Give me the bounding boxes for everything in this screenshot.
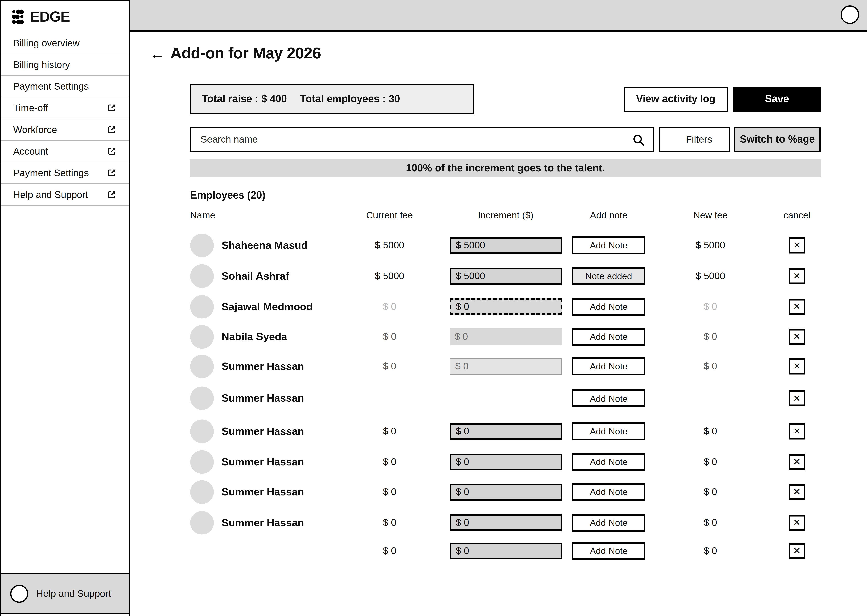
new-fee: $ 0 (674, 545, 747, 556)
sidebar-nav: Billing overview Billing history Payment… (1, 33, 129, 206)
column-header-current-fee: Current fee (353, 210, 426, 221)
topbar (130, 0, 867, 32)
add-note-button[interactable]: Add Note (572, 453, 645, 471)
cancel-button[interactable]: ✕ (789, 268, 805, 284)
avatar (190, 295, 214, 318)
cancel-button[interactable]: ✕ (789, 237, 805, 253)
cancel-button[interactable]: ✕ (789, 299, 805, 314)
add-note-button[interactable]: Add Note (572, 514, 645, 531)
cancel-button[interactable]: ✕ (789, 543, 805, 559)
view-activity-log-button[interactable]: View activity log (624, 86, 728, 112)
back-arrow[interactable]: ← (149, 46, 165, 61)
current-fee: $ 0 (353, 301, 426, 312)
current-fee: $ 0 (353, 456, 426, 467)
external-link-icon (107, 168, 116, 178)
employee-name: Summer Hassan (222, 360, 304, 372)
employees-section-title: Employees (20) (190, 190, 821, 201)
table-row: Sajawal Medmood $ 0 $ 0 Add Note $ 0 ✕ (190, 291, 821, 322)
sidebar: EDGE Billing overview Billing history Pa… (0, 0, 130, 616)
cancel-button[interactable]: ✕ (789, 328, 805, 345)
current-fee: $ 0 (353, 545, 426, 556)
sidebar-item-payment-settings-external[interactable]: Payment Settings (1, 162, 129, 184)
avatar (190, 233, 214, 257)
search-icon[interactable] (632, 134, 645, 147)
increment-input[interactable]: $ 0 (450, 542, 562, 559)
external-link-icon (107, 147, 116, 156)
sidebar-item-billing-history[interactable]: Billing history (1, 54, 129, 76)
employee-name: Summer Hassan (222, 425, 304, 437)
increment-input[interactable]: $ 5000 (450, 237, 562, 254)
current-fee: $ 0 (353, 361, 426, 372)
total-raise-label: Total raise : $ 400 (202, 93, 287, 105)
new-fee: $ 0 (674, 331, 747, 342)
table-row: Sohail Ashraf $ 5000 $ 5000 Note added $… (190, 261, 821, 291)
increment-input[interactable]: $ 0 (450, 484, 562, 500)
profile-avatar[interactable] (840, 5, 859, 24)
column-header-increment: Increment ($) (450, 210, 562, 221)
cancel-button[interactable]: ✕ (789, 423, 805, 439)
current-fee: $ 5000 (353, 240, 426, 251)
cancel-button[interactable]: ✕ (789, 454, 805, 470)
sidebar-item-account[interactable]: Account (1, 141, 129, 162)
external-link-icon (107, 104, 116, 113)
x-icon: ✕ (793, 456, 801, 467)
increment-input[interactable]: $ 0 (450, 514, 562, 531)
logo: EDGE (1, 1, 129, 33)
cancel-button[interactable]: ✕ (789, 358, 805, 374)
current-fee: $ 0 (353, 486, 426, 497)
page-title-row: ← Add-on for May 2026 (149, 44, 821, 63)
increment-input[interactable]: $ 0 (450, 298, 562, 315)
sidebar-item-billing-overview[interactable]: Billing overview (1, 33, 129, 54)
current-fee: $ 0 (353, 426, 426, 437)
search-input[interactable] (191, 128, 653, 151)
page-content: ← Add-on for May 2026 Total raise : $ 40… (130, 44, 867, 563)
sidebar-item-time-off[interactable]: Time-off (1, 97, 129, 119)
save-button[interactable]: Save (733, 86, 821, 112)
table-row: Nabila Syeda $ 0 $ 0 Add Note $ 0 ✕ (190, 322, 821, 351)
cancel-button[interactable]: ✕ (789, 390, 805, 407)
add-note-button[interactable]: Add Note (572, 483, 645, 501)
employee-name: Summer Hassan (222, 456, 304, 468)
add-note-button[interactable]: Add Note (572, 542, 645, 560)
switch-to-percentage-button[interactable]: Switch to %age (734, 127, 821, 152)
filters-button[interactable]: Filters (659, 127, 730, 152)
new-fee: $ 0 (674, 361, 747, 372)
increment-input[interactable]: $ 0 (450, 453, 562, 470)
add-note-button[interactable]: Add Note (572, 357, 645, 375)
sidebar-item-help-and-support[interactable]: Help and Support (1, 184, 129, 206)
search-row: Filters Switch to %age (190, 127, 821, 152)
increment-input[interactable]: $ 0 (450, 423, 562, 440)
x-icon: ✕ (793, 361, 801, 372)
add-note-button[interactable]: Add Note (572, 328, 645, 346)
sidebar-item-payment-settings[interactable]: Payment Settings (1, 76, 129, 97)
help-and-support-label: Help and Support (36, 588, 111, 599)
add-note-button[interactable]: Add Note (572, 236, 645, 254)
note-added-button[interactable]: Note added (572, 267, 645, 285)
cancel-button[interactable]: ✕ (789, 484, 805, 500)
employee-name: Nabila Syeda (222, 330, 287, 343)
sidebar-item-workforce[interactable]: Workforce (1, 119, 129, 141)
help-and-support-footer[interactable]: Help and Support (0, 573, 130, 614)
add-note-button[interactable]: Add Note (572, 389, 645, 407)
external-link-icon (107, 190, 116, 199)
increment-input[interactable]: $ 5000 (450, 267, 562, 284)
employee-name: Summer Hassan (222, 392, 304, 405)
add-note-button[interactable]: Add Note (572, 422, 645, 440)
sidebar-item-label: Billing overview (13, 38, 80, 49)
increment-input[interactable]: $ 0 (450, 358, 562, 375)
avatar (190, 264, 214, 288)
current-fee: $ 0 (353, 517, 426, 528)
employee-name: Sajawal Medmood (222, 300, 313, 313)
support-avatar (10, 585, 28, 603)
column-header-name: Name (190, 210, 215, 221)
add-note-button[interactable]: Add Note (572, 298, 645, 316)
new-fee: $ 0 (674, 456, 747, 467)
avatar (190, 450, 214, 473)
x-icon: ✕ (793, 545, 801, 556)
x-icon: ✕ (793, 393, 801, 404)
summary-row: Total raise : $ 400 Total employees : 30… (190, 84, 821, 114)
cancel-button[interactable]: ✕ (789, 514, 805, 531)
increment-input[interactable]: $ 0 (450, 328, 562, 345)
table-row: Summer Hassan Add Note ✕ (190, 381, 821, 416)
table-row: $ 0 $ 0 Add Note $ 0 ✕ (190, 538, 821, 563)
